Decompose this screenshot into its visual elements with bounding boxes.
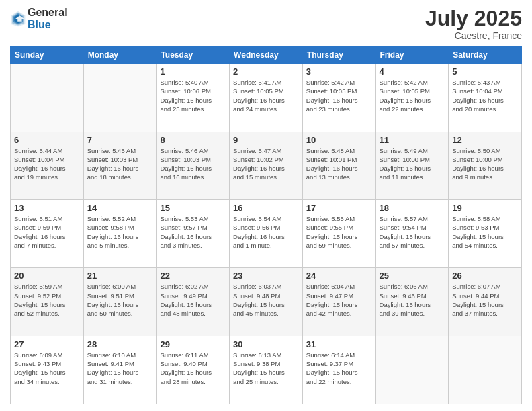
calendar-cell — [449, 336, 522, 404]
day-info: Sunrise: 5:49 AM Sunset: 10:00 PM Daylig… — [380, 146, 445, 182]
day-number: 7 — [87, 135, 153, 145]
calendar-cell: 16Sunrise: 5:54 AM Sunset: 9:56 PM Dayli… — [230, 199, 303, 267]
day-info: Sunrise: 5:41 AM Sunset: 10:05 PM Daylig… — [233, 78, 299, 113]
day-info: Sunrise: 6:06 AM Sunset: 9:46 PM Dayligh… — [380, 282, 445, 318]
calendar-cell: 20Sunrise: 5:59 AM Sunset: 9:52 PM Dayli… — [11, 268, 84, 336]
calendar-cell: 30Sunrise: 6:13 AM Sunset: 9:38 PM Dayli… — [230, 336, 303, 404]
day-number: 10 — [306, 135, 372, 145]
day-number: 30 — [233, 339, 299, 349]
calendar-cell: 25Sunrise: 6:06 AM Sunset: 9:46 PM Dayli… — [375, 268, 449, 336]
day-info: Sunrise: 5:58 AM Sunset: 9:53 PM Dayligh… — [452, 214, 518, 250]
day-number: 3 — [306, 66, 372, 77]
day-number: 12 — [452, 135, 518, 145]
calendar-cell: 13Sunrise: 5:51 AM Sunset: 9:59 PM Dayli… — [11, 199, 84, 267]
calendar-cell: 26Sunrise: 6:07 AM Sunset: 9:44 PM Dayli… — [449, 268, 522, 336]
day-info: Sunrise: 5:42 AM Sunset: 10:05 PM Daylig… — [380, 78, 445, 113]
day-info: Sunrise: 5:40 AM Sunset: 10:06 PM Daylig… — [160, 78, 226, 113]
calendar-cell: 15Sunrise: 5:53 AM Sunset: 9:57 PM Dayli… — [157, 199, 230, 267]
day-number: 9 — [233, 135, 299, 145]
day-info: Sunrise: 5:57 AM Sunset: 9:54 PM Dayligh… — [380, 214, 445, 250]
calendar-week-row: 20Sunrise: 5:59 AM Sunset: 9:52 PM Dayli… — [11, 268, 522, 336]
day-info: Sunrise: 6:02 AM Sunset: 9:49 PM Dayligh… — [160, 282, 226, 318]
day-info: Sunrise: 5:47 AM Sunset: 10:02 PM Daylig… — [233, 146, 299, 182]
calendar-cell: 29Sunrise: 6:11 AM Sunset: 9:40 PM Dayli… — [157, 336, 230, 404]
calendar-cell: 4Sunrise: 5:42 AM Sunset: 10:05 PM Dayli… — [375, 64, 449, 132]
calendar-cell: 28Sunrise: 6:10 AM Sunset: 9:41 PM Dayli… — [83, 336, 157, 404]
calendar-cell: 17Sunrise: 5:55 AM Sunset: 9:55 PM Dayli… — [302, 199, 375, 267]
day-number: 31 — [306, 339, 372, 349]
logo-text: General Blue — [28, 7, 68, 30]
day-info: Sunrise: 6:10 AM Sunset: 9:41 PM Dayligh… — [87, 351, 153, 386]
day-header: Monday — [83, 47, 157, 64]
day-number: 20 — [14, 271, 80, 281]
day-info: Sunrise: 6:13 AM Sunset: 9:38 PM Dayligh… — [233, 351, 299, 386]
day-number: 6 — [14, 135, 80, 145]
day-number: 25 — [380, 271, 445, 281]
calendar-cell: 5Sunrise: 5:43 AM Sunset: 10:04 PM Dayli… — [449, 64, 522, 132]
calendar-cell: 12Sunrise: 5:50 AM Sunset: 10:00 PM Dayl… — [449, 132, 522, 199]
day-header: Friday — [375, 47, 449, 64]
day-number: 14 — [87, 203, 153, 213]
day-info: Sunrise: 5:45 AM Sunset: 10:03 PM Daylig… — [87, 146, 153, 182]
day-info: Sunrise: 5:53 AM Sunset: 9:57 PM Dayligh… — [160, 214, 226, 250]
day-header: Wednesday — [230, 47, 303, 64]
calendar-cell — [11, 64, 84, 132]
calendar-cell: 18Sunrise: 5:57 AM Sunset: 9:54 PM Dayli… — [375, 199, 449, 267]
day-info: Sunrise: 6:04 AM Sunset: 9:47 PM Dayligh… — [306, 282, 372, 318]
day-number: 22 — [160, 271, 226, 281]
calendar-cell: 2Sunrise: 5:41 AM Sunset: 10:05 PM Dayli… — [230, 64, 303, 132]
day-info: Sunrise: 5:42 AM Sunset: 10:05 PM Daylig… — [306, 78, 372, 113]
day-number: 5 — [452, 66, 518, 77]
day-number: 4 — [380, 66, 445, 77]
day-number: 29 — [160, 339, 226, 349]
day-number: 2 — [233, 66, 299, 77]
day-header: Thursday — [302, 47, 375, 64]
calendar-cell: 10Sunrise: 5:48 AM Sunset: 10:01 PM Dayl… — [302, 132, 375, 199]
calendar-week-row: 27Sunrise: 6:09 AM Sunset: 9:43 PM Dayli… — [11, 336, 522, 404]
calendar-cell: 8Sunrise: 5:46 AM Sunset: 10:03 PM Dayli… — [157, 132, 230, 199]
day-number: 27 — [14, 339, 80, 349]
day-number: 19 — [452, 203, 518, 213]
day-info: Sunrise: 5:48 AM Sunset: 10:01 PM Daylig… — [306, 146, 372, 182]
calendar-cell: 1Sunrise: 5:40 AM Sunset: 10:06 PM Dayli… — [157, 64, 230, 132]
calendar-cell — [83, 64, 157, 132]
calendar-cell: 24Sunrise: 6:04 AM Sunset: 9:47 PM Dayli… — [302, 268, 375, 336]
day-header: Saturday — [449, 47, 522, 64]
day-number: 28 — [87, 339, 153, 349]
day-info: Sunrise: 6:03 AM Sunset: 9:48 PM Dayligh… — [233, 282, 299, 318]
day-info: Sunrise: 5:44 AM Sunset: 10:04 PM Daylig… — [14, 146, 80, 182]
day-info: Sunrise: 6:14 AM Sunset: 9:37 PM Dayligh… — [306, 351, 372, 386]
logo-blue-text: Blue — [28, 19, 68, 31]
day-info: Sunrise: 5:50 AM Sunset: 10:00 PM Daylig… — [452, 146, 518, 182]
day-info: Sunrise: 5:54 AM Sunset: 9:56 PM Dayligh… — [233, 214, 299, 250]
day-header: Sunday — [11, 47, 84, 64]
day-number: 13 — [14, 203, 80, 213]
day-number: 11 — [380, 135, 445, 145]
calendar-cell: 19Sunrise: 5:58 AM Sunset: 9:53 PM Dayli… — [449, 199, 522, 267]
logo-icon — [10, 9, 26, 28]
calendar-cell: 11Sunrise: 5:49 AM Sunset: 10:00 PM Dayl… — [375, 132, 449, 199]
calendar-cell: 22Sunrise: 6:02 AM Sunset: 9:49 PM Dayli… — [157, 268, 230, 336]
calendar-cell: 23Sunrise: 6:03 AM Sunset: 9:48 PM Dayli… — [230, 268, 303, 336]
day-number: 15 — [160, 203, 226, 213]
day-info: Sunrise: 6:00 AM Sunset: 9:51 PM Dayligh… — [87, 282, 153, 318]
calendar-cell: 9Sunrise: 5:47 AM Sunset: 10:02 PM Dayli… — [230, 132, 303, 199]
header: General Blue July 2025 Caestre, France — [10, 7, 522, 41]
day-info: Sunrise: 6:09 AM Sunset: 9:43 PM Dayligh… — [14, 351, 80, 386]
day-info: Sunrise: 5:52 AM Sunset: 9:58 PM Dayligh… — [87, 214, 153, 250]
title-block: July 2025 Caestre, France — [425, 7, 522, 41]
calendar-cell: 21Sunrise: 6:00 AM Sunset: 9:51 PM Dayli… — [83, 268, 157, 336]
month-title: July 2025 — [425, 7, 522, 30]
day-info: Sunrise: 5:46 AM Sunset: 10:03 PM Daylig… — [160, 146, 226, 182]
day-number: 1 — [160, 66, 226, 77]
day-info: Sunrise: 6:07 AM Sunset: 9:44 PM Dayligh… — [452, 282, 518, 318]
calendar-cell: 6Sunrise: 5:44 AM Sunset: 10:04 PM Dayli… — [11, 132, 84, 199]
day-number: 24 — [306, 271, 372, 281]
calendar-table: SundayMondayTuesdayWednesdayThursdayFrid… — [10, 46, 522, 404]
day-number: 8 — [160, 135, 226, 145]
calendar-cell: 3Sunrise: 5:42 AM Sunset: 10:05 PM Dayli… — [302, 64, 375, 132]
calendar-header-row: SundayMondayTuesdayWednesdayThursdayFrid… — [11, 47, 522, 64]
day-number: 23 — [233, 271, 299, 281]
day-info: Sunrise: 6:11 AM Sunset: 9:40 PM Dayligh… — [160, 351, 226, 386]
day-info: Sunrise: 5:51 AM Sunset: 9:59 PM Dayligh… — [14, 214, 80, 250]
